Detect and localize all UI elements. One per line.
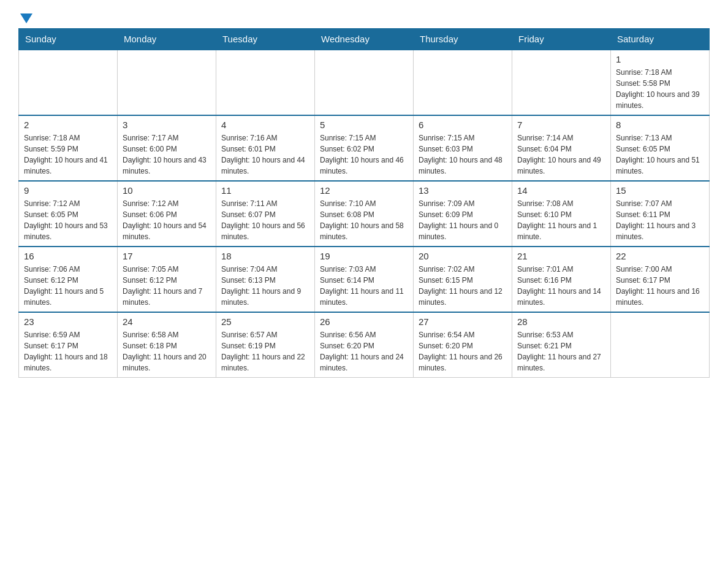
calendar-cell: 13Sunrise: 7:09 AM Sunset: 6:09 PM Dayli…: [414, 181, 512, 247]
calendar-cell: [19, 50, 118, 115]
day-sun-info: Sunrise: 6:56 AM Sunset: 6:20 PM Dayligh…: [320, 329, 408, 373]
day-number: 2: [24, 120, 112, 130]
day-sun-info: Sunrise: 7:13 AM Sunset: 6:05 PM Dayligh…: [616, 132, 704, 177]
logo-general-text: [18, 12, 32, 22]
calendar-cell: 16Sunrise: 7:06 AM Sunset: 6:12 PM Dayli…: [19, 247, 118, 312]
day-number: 9: [24, 185, 112, 196]
day-number: 3: [123, 120, 211, 130]
day-of-week-header: Saturday: [611, 29, 710, 50]
calendar-cell: 28Sunrise: 6:53 AM Sunset: 6:21 PM Dayli…: [512, 312, 611, 378]
day-sun-info: Sunrise: 7:15 AM Sunset: 6:03 PM Dayligh…: [419, 132, 507, 177]
day-number: 21: [517, 251, 605, 261]
calendar-header-row: SundayMondayTuesdayWednesdayThursdayFrid…: [19, 29, 710, 50]
day-sun-info: Sunrise: 7:01 AM Sunset: 6:16 PM Dayligh…: [517, 264, 605, 308]
calendar-cell: [414, 50, 512, 115]
day-sun-info: Sunrise: 7:10 AM Sunset: 6:08 PM Dayligh…: [320, 198, 408, 242]
day-sun-info: Sunrise: 7:18 AM Sunset: 5:58 PM Dayligh…: [616, 67, 704, 111]
day-sun-info: Sunrise: 7:07 AM Sunset: 6:11 PM Dayligh…: [616, 198, 704, 242]
calendar-cell: 4Sunrise: 7:16 AM Sunset: 6:01 PM Daylig…: [216, 115, 315, 181]
day-number: 1: [616, 54, 704, 64]
calendar-cell: 18Sunrise: 7:04 AM Sunset: 6:13 PM Dayli…: [216, 247, 315, 312]
day-number: 19: [320, 251, 408, 261]
calendar-cell: [512, 50, 611, 115]
calendar-cell: 26Sunrise: 6:56 AM Sunset: 6:20 PM Dayli…: [315, 312, 414, 378]
calendar-cell: 1Sunrise: 7:18 AM Sunset: 5:58 PM Daylig…: [611, 50, 710, 115]
day-of-week-header: Sunday: [19, 29, 118, 50]
calendar-cell: 21Sunrise: 7:01 AM Sunset: 6:16 PM Dayli…: [512, 247, 611, 312]
day-of-week-header: Wednesday: [315, 29, 414, 50]
day-sun-info: Sunrise: 7:14 AM Sunset: 6:04 PM Dayligh…: [517, 132, 605, 177]
calendar-cell: 19Sunrise: 7:03 AM Sunset: 6:14 PM Dayli…: [315, 247, 414, 312]
calendar-cell: [216, 50, 315, 115]
day-sun-info: Sunrise: 7:12 AM Sunset: 6:05 PM Dayligh…: [24, 198, 112, 242]
logo-triangle-icon: [20, 13, 32, 23]
calendar-cell: 27Sunrise: 6:54 AM Sunset: 6:20 PM Dayli…: [414, 312, 512, 378]
day-number: 17: [123, 251, 211, 261]
day-of-week-header: Thursday: [414, 29, 512, 50]
day-number: 27: [419, 316, 507, 327]
calendar-table: SundayMondayTuesdayWednesdayThursdayFrid…: [18, 28, 710, 378]
day-of-week-header: Friday: [512, 29, 611, 50]
day-sun-info: Sunrise: 6:57 AM Sunset: 6:19 PM Dayligh…: [221, 329, 309, 373]
day-sun-info: Sunrise: 7:06 AM Sunset: 6:12 PM Dayligh…: [24, 264, 112, 308]
day-number: 25: [221, 316, 309, 327]
calendar-cell: 14Sunrise: 7:08 AM Sunset: 6:10 PM Dayli…: [512, 181, 611, 247]
day-number: 23: [24, 316, 112, 327]
calendar-cell: 12Sunrise: 7:10 AM Sunset: 6:08 PM Dayli…: [315, 181, 414, 247]
day-sun-info: Sunrise: 7:15 AM Sunset: 6:02 PM Dayligh…: [320, 132, 408, 177]
calendar-cell: 22Sunrise: 7:00 AM Sunset: 6:17 PM Dayli…: [611, 247, 710, 312]
day-number: 14: [517, 185, 605, 196]
day-sun-info: Sunrise: 7:00 AM Sunset: 6:17 PM Dayligh…: [616, 264, 704, 308]
calendar-cell: 5Sunrise: 7:15 AM Sunset: 6:02 PM Daylig…: [315, 115, 414, 181]
calendar-cell: 8Sunrise: 7:13 AM Sunset: 6:05 PM Daylig…: [611, 115, 710, 181]
calendar-week-row: 9Sunrise: 7:12 AM Sunset: 6:05 PM Daylig…: [19, 181, 710, 247]
calendar-cell: 10Sunrise: 7:12 AM Sunset: 6:06 PM Dayli…: [118, 181, 216, 247]
day-sun-info: Sunrise: 7:02 AM Sunset: 6:15 PM Dayligh…: [419, 264, 507, 308]
calendar-cell: 15Sunrise: 7:07 AM Sunset: 6:11 PM Dayli…: [611, 181, 710, 247]
calendar-cell: 6Sunrise: 7:15 AM Sunset: 6:03 PM Daylig…: [414, 115, 512, 181]
day-sun-info: Sunrise: 6:54 AM Sunset: 6:20 PM Dayligh…: [419, 329, 507, 373]
day-sun-info: Sunrise: 7:16 AM Sunset: 6:01 PM Dayligh…: [221, 132, 309, 177]
day-number: 18: [221, 251, 309, 261]
day-number: 7: [517, 120, 605, 130]
day-sun-info: Sunrise: 6:58 AM Sunset: 6:18 PM Dayligh…: [123, 329, 211, 373]
day-number: 5: [320, 120, 408, 130]
day-number: 16: [24, 251, 112, 261]
calendar-cell: [315, 50, 414, 115]
calendar-cell: 9Sunrise: 7:12 AM Sunset: 6:05 PM Daylig…: [19, 181, 118, 247]
calendar-cell: 2Sunrise: 7:18 AM Sunset: 5:59 PM Daylig…: [19, 115, 118, 181]
calendar-cell: 24Sunrise: 6:58 AM Sunset: 6:18 PM Dayli…: [118, 312, 216, 378]
day-of-week-header: Monday: [118, 29, 216, 50]
day-number: 4: [221, 120, 309, 130]
calendar-cell: 11Sunrise: 7:11 AM Sunset: 6:07 PM Dayli…: [216, 181, 315, 247]
calendar-cell: 23Sunrise: 6:59 AM Sunset: 6:17 PM Dayli…: [19, 312, 118, 378]
calendar-cell: 7Sunrise: 7:14 AM Sunset: 6:04 PM Daylig…: [512, 115, 611, 181]
day-number: 15: [616, 185, 704, 196]
calendar-cell: 25Sunrise: 6:57 AM Sunset: 6:19 PM Dayli…: [216, 312, 315, 378]
day-sun-info: Sunrise: 7:04 AM Sunset: 6:13 PM Dayligh…: [221, 264, 309, 308]
day-sun-info: Sunrise: 7:17 AM Sunset: 6:00 PM Dayligh…: [123, 132, 211, 177]
day-sun-info: Sunrise: 7:03 AM Sunset: 6:14 PM Dayligh…: [320, 264, 408, 308]
day-number: 20: [419, 251, 507, 261]
calendar-cell: 3Sunrise: 7:17 AM Sunset: 6:00 PM Daylig…: [118, 115, 216, 181]
day-number: 26: [320, 316, 408, 327]
day-number: 10: [123, 185, 211, 196]
day-of-week-header: Tuesday: [216, 29, 315, 50]
day-number: 12: [320, 185, 408, 196]
calendar-week-row: 23Sunrise: 6:59 AM Sunset: 6:17 PM Dayli…: [19, 312, 710, 378]
page-header: [18, 12, 710, 22]
day-sun-info: Sunrise: 7:09 AM Sunset: 6:09 PM Dayligh…: [419, 198, 507, 242]
calendar-cell: [118, 50, 216, 115]
day-number: 28: [517, 316, 605, 327]
calendar-week-row: 2Sunrise: 7:18 AM Sunset: 5:59 PM Daylig…: [19, 115, 710, 181]
day-sun-info: Sunrise: 7:05 AM Sunset: 6:12 PM Dayligh…: [123, 264, 211, 308]
calendar-cell: 20Sunrise: 7:02 AM Sunset: 6:15 PM Dayli…: [414, 247, 512, 312]
calendar-cell: [611, 312, 710, 378]
day-number: 6: [419, 120, 507, 130]
calendar-cell: 17Sunrise: 7:05 AM Sunset: 6:12 PM Dayli…: [118, 247, 216, 312]
day-sun-info: Sunrise: 7:11 AM Sunset: 6:07 PM Dayligh…: [221, 198, 309, 242]
day-sun-info: Sunrise: 6:53 AM Sunset: 6:21 PM Dayligh…: [517, 329, 605, 373]
day-number: 22: [616, 251, 704, 261]
day-sun-info: Sunrise: 7:18 AM Sunset: 5:59 PM Dayligh…: [24, 132, 112, 177]
day-number: 11: [221, 185, 309, 196]
